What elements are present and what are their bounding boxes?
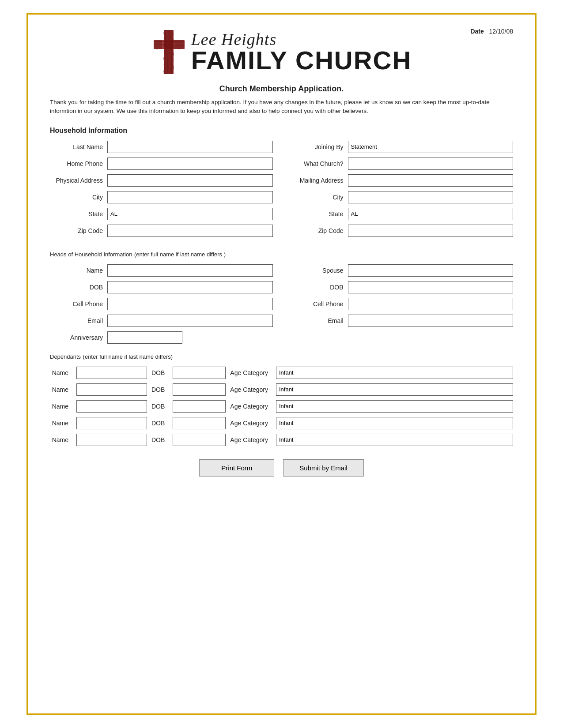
dep-name-label-3: Name [50, 420, 72, 427]
dependant-row: Name DOB Age Category [50, 383, 513, 396]
dep-age-input-3[interactable] [276, 417, 513, 429]
city-left-row: City [50, 191, 273, 203]
heads-section-header: Heads of Household Information (enter fu… [50, 250, 513, 258]
state-right-row: State [291, 208, 514, 220]
dependant-row: Name DOB Age Category [50, 434, 513, 446]
household-section: Household Information Last Name Home Pho… [50, 127, 513, 241]
logo-area: Lee Heights FAMILY CHURCH [151, 28, 412, 76]
dep-dob-input-3[interactable] [173, 417, 226, 429]
household-grid: Last Name Home Phone Physical Address Ci… [50, 141, 513, 241]
head-dob-input[interactable] [107, 281, 273, 293]
zip-left-input[interactable] [107, 225, 273, 237]
dep-dob-label-0: DOB [151, 369, 168, 376]
date-value: 12/10/08 [489, 28, 514, 35]
dep-name-label-4: Name [50, 436, 72, 443]
dep-dob-input-2[interactable] [173, 400, 226, 413]
dep-name-label-2: Name [50, 403, 72, 410]
head-email-label: Email [50, 317, 107, 324]
zip-left-label: Zip Code [50, 227, 107, 234]
dependant-row: Name DOB Age Category [50, 400, 513, 413]
zip-right-label: Zip Code [291, 227, 348, 234]
joining-by-row: Joining By [291, 141, 514, 153]
print-button[interactable]: Print Form [199, 459, 274, 477]
what-church-label: What Church? [291, 160, 348, 167]
spouse-cell-input[interactable] [348, 298, 514, 310]
dep-dob-label-1: DOB [151, 386, 168, 393]
last-name-input[interactable] [107, 141, 273, 153]
button-row: Print Form Submit by Email [50, 459, 513, 477]
city-right-row: City [291, 191, 514, 203]
last-name-label: Last Name [50, 143, 107, 150]
zip-right-input[interactable] [348, 225, 514, 237]
dependant-row: Name DOB Age Category [50, 417, 513, 429]
anniversary-input[interactable] [107, 331, 182, 344]
spouse-dob-label: DOB [291, 284, 348, 291]
email-button[interactable]: Submit by Email [283, 459, 363, 477]
city-left-label: City [50, 194, 107, 201]
heads-section: Heads of Household Information (enter fu… [50, 250, 513, 344]
dep-age-input-0[interactable] [276, 367, 513, 379]
physical-address-input[interactable] [107, 174, 273, 187]
church-name: Lee Heights FAMILY CHURCH [191, 31, 412, 73]
joining-by-input[interactable] [348, 141, 514, 153]
head-name-label: Name [50, 267, 107, 274]
state-left-input[interactable] [107, 208, 273, 220]
spouse-cell-label: Cell Phone [291, 300, 348, 308]
home-phone-row: Home Phone [50, 158, 273, 170]
dep-dob-input-1[interactable] [173, 383, 226, 396]
dep-name-input-4[interactable] [76, 434, 147, 446]
dep-dob-label-4: DOB [151, 436, 168, 443]
mailing-address-label: Mailing Address [291, 177, 348, 184]
dep-name-label-0: Name [50, 369, 72, 376]
what-church-input[interactable] [348, 158, 514, 170]
family-church-text: FAMILY CHURCH [191, 48, 412, 73]
dep-age-input-2[interactable] [276, 400, 513, 413]
dependants-section-header: Dependants (enter full name if last name… [50, 353, 513, 360]
spouse-dob-row: DOB [291, 281, 514, 293]
head-dob-row: DOB [50, 281, 273, 293]
head-cell-label: Cell Phone [50, 300, 107, 308]
spouse-dob-input[interactable] [348, 281, 514, 293]
dep-name-input-2[interactable] [76, 400, 147, 413]
mailing-address-row: Mailing Address [291, 174, 514, 187]
date-area: Date 12/10/08 [470, 28, 513, 35]
dep-age-label-1: Age Category [230, 386, 272, 393]
zip-right-row: Zip Code [291, 225, 514, 237]
lee-heights-text: Lee Heights [191, 31, 277, 48]
spouse-name-input[interactable] [348, 264, 514, 277]
heads-grid: Name DOB Cell Phone Email [50, 264, 513, 331]
mailing-address-input[interactable] [348, 174, 514, 187]
header: Date 12/10/08 [50, 28, 513, 76]
dep-dob-label-3: DOB [151, 420, 168, 427]
physical-address-row: Physical Address [50, 174, 273, 187]
head-name-input[interactable] [107, 264, 273, 277]
head-email-row: Email [50, 315, 273, 327]
state-right-input[interactable] [348, 208, 514, 220]
cross-icon [151, 28, 187, 76]
spouse-email-input[interactable] [348, 315, 514, 327]
dep-name-input-0[interactable] [76, 367, 147, 379]
home-phone-input[interactable] [107, 158, 273, 170]
dep-age-input-1[interactable] [276, 383, 513, 396]
dep-dob-input-4[interactable] [173, 434, 226, 446]
dependants-list: Name DOB Age Category Name DOB Age Categ… [50, 367, 513, 446]
what-church-row: What Church? [291, 158, 514, 170]
intro-text: Thank you for taking the time to fill ou… [50, 98, 513, 116]
head-email-input[interactable] [107, 315, 273, 327]
dep-dob-input-0[interactable] [173, 367, 226, 379]
dep-name-input-1[interactable] [76, 383, 147, 396]
dep-name-label-1: Name [50, 386, 72, 393]
dep-age-label-3: Age Category [230, 420, 272, 427]
spouse-name-row: Spouse [291, 264, 514, 277]
head-name-row: Name [50, 264, 273, 277]
head-cell-input[interactable] [107, 298, 273, 310]
head-cell-row: Cell Phone [50, 298, 273, 310]
zip-left-row: Zip Code [50, 225, 273, 237]
dep-age-label-0: Age Category [230, 369, 272, 376]
dep-age-input-4[interactable] [276, 434, 513, 446]
household-section-header: Household Information [50, 127, 513, 135]
city-left-input[interactable] [107, 191, 273, 203]
dep-name-input-3[interactable] [76, 417, 147, 429]
city-right-input[interactable] [348, 191, 514, 203]
state-right-label: State [291, 210, 348, 218]
